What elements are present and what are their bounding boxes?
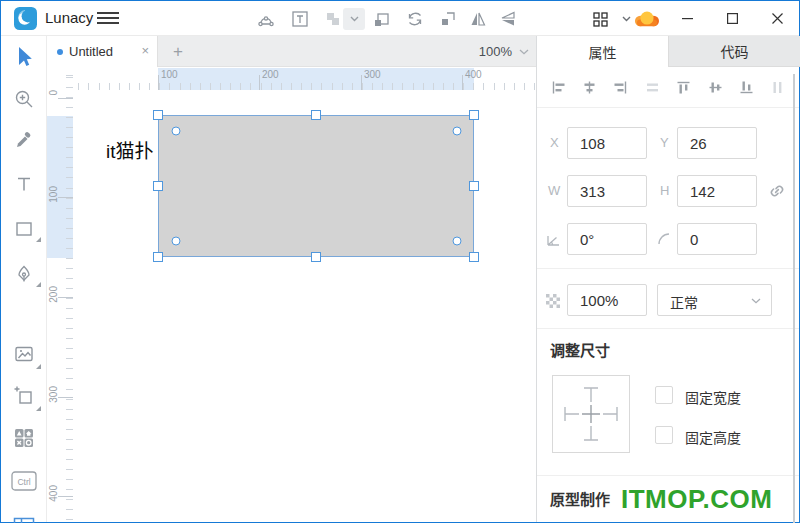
canvas-text-layer[interactable]: it猫扑 bbox=[106, 136, 154, 163]
rotate-tool-button[interactable] bbox=[401, 5, 429, 33]
resize-handle-bottom-center[interactable] bbox=[311, 252, 321, 262]
width-label: W bbox=[548, 183, 560, 198]
flip-vertical-button[interactable] bbox=[494, 5, 522, 33]
boolean-dropdown-chevron-icon[interactable] bbox=[343, 8, 365, 30]
height-label: H bbox=[660, 183, 669, 198]
ctrl-key-button[interactable]: Ctrl bbox=[6, 463, 42, 499]
tab-title: Untitled bbox=[69, 44, 113, 59]
chevron-down-icon bbox=[519, 49, 529, 55]
fix-height-checkbox[interactable] bbox=[655, 426, 673, 444]
corner-radius-handle-top-right[interactable] bbox=[453, 127, 462, 136]
resize-handle-bottom-right[interactable] bbox=[469, 252, 479, 262]
opacity-checkerboard-icon bbox=[546, 294, 560, 308]
corner-radius-handle-bottom-left[interactable] bbox=[172, 237, 181, 246]
text-frame-tool-button[interactable] bbox=[286, 5, 314, 33]
align-center-horizontal-button[interactable] bbox=[577, 75, 601, 99]
vector-frame-tool-button[interactable] bbox=[252, 5, 280, 33]
fix-width-checkbox[interactable] bbox=[655, 386, 673, 404]
text-tool-button[interactable] bbox=[6, 166, 42, 202]
submenu-indicator-icon bbox=[36, 364, 41, 369]
app-title: Lunacy bbox=[45, 9, 93, 26]
corner-radius-input[interactable] bbox=[677, 223, 757, 255]
rotation-input[interactable] bbox=[567, 223, 647, 255]
flip-horizontal-button[interactable] bbox=[464, 5, 492, 33]
titlebar: Lunacy bbox=[1, 1, 799, 36]
x-label: X bbox=[550, 135, 559, 150]
vertical-ruler: 0 100 200 300 400 bbox=[47, 68, 73, 522]
document-tabbar: Untitled × + 100% bbox=[47, 36, 536, 67]
zoom-level-dropdown[interactable]: 100% bbox=[479, 36, 529, 67]
resize-handle-top-left[interactable] bbox=[153, 110, 163, 120]
resize-handle-top-center[interactable] bbox=[311, 110, 321, 120]
corner-radius-handle-bottom-right[interactable] bbox=[453, 237, 462, 246]
select-tool-button[interactable] bbox=[6, 39, 42, 75]
align-bottom-button[interactable] bbox=[735, 75, 759, 99]
resize-handle-middle-left[interactable] bbox=[153, 181, 163, 191]
mask-tool-button[interactable] bbox=[368, 5, 396, 33]
main-menu-icon[interactable] bbox=[97, 12, 119, 25]
left-toolbar: Ctrl bbox=[1, 36, 47, 522]
resize-handle-middle-right[interactable] bbox=[469, 181, 479, 191]
width-input[interactable] bbox=[567, 175, 647, 207]
fix-height-label: 固定高度 bbox=[685, 427, 741, 447]
zoom-level-value: 100% bbox=[479, 44, 512, 59]
align-middle-vertical-button[interactable] bbox=[703, 75, 727, 99]
cloud-sync-icon[interactable] bbox=[634, 6, 660, 32]
distribute-horizontal-button[interactable] bbox=[640, 75, 664, 99]
resize-section-title: 调整尺寸 bbox=[550, 339, 610, 360]
icon-library-button[interactable] bbox=[6, 420, 42, 456]
chevron-down-icon bbox=[751, 298, 761, 304]
pen-tool-button[interactable] bbox=[6, 256, 42, 292]
rectangle-tool-button[interactable] bbox=[6, 211, 42, 247]
tab-close-icon[interactable]: × bbox=[141, 43, 149, 58]
inspector-panel: 属性 代码 bbox=[536, 36, 799, 522]
align-top-button[interactable] bbox=[672, 75, 696, 99]
submenu-indicator-icon bbox=[36, 406, 41, 411]
opacity-row: 正常 bbox=[537, 284, 799, 316]
lock-aspect-ratio-icon[interactable] bbox=[767, 181, 787, 201]
submenu-indicator-icon bbox=[36, 237, 41, 242]
app-logo-icon bbox=[14, 7, 37, 30]
resize-handle-bottom-left[interactable] bbox=[153, 252, 163, 262]
watermark-text: ITMOP.COM bbox=[621, 484, 772, 515]
size-row: W H bbox=[537, 175, 799, 207]
maximize-button[interactable] bbox=[710, 1, 755, 36]
tab-properties[interactable]: 属性 bbox=[537, 36, 668, 67]
fix-width-label: 固定宽度 bbox=[685, 387, 741, 407]
resizing-constraints-widget[interactable] bbox=[552, 375, 630, 453]
resize-handle-top-right[interactable] bbox=[469, 110, 479, 120]
image-tool-button[interactable] bbox=[6, 336, 42, 372]
minimize-button[interactable] bbox=[665, 1, 710, 36]
panels-toggle-button[interactable] bbox=[6, 508, 42, 523]
corner-radius-handle-top-left[interactable] bbox=[172, 127, 181, 136]
new-tab-button[interactable]: + bbox=[165, 39, 191, 65]
selected-rectangle-layer[interactable] bbox=[158, 115, 474, 257]
zoom-tool-button[interactable] bbox=[6, 81, 42, 117]
resize-tool-button[interactable] bbox=[434, 5, 462, 33]
artboard-add-tool-button[interactable] bbox=[6, 378, 42, 414]
tab-code[interactable]: 代码 bbox=[668, 36, 800, 67]
rotation-row bbox=[537, 223, 799, 255]
eyedropper-tool-button[interactable] bbox=[6, 122, 42, 158]
opacity-input[interactable] bbox=[567, 284, 647, 316]
select-cursor-icon bbox=[19, 47, 32, 66]
unsaved-dot-icon bbox=[57, 49, 63, 55]
apps-grid-icon[interactable] bbox=[587, 6, 613, 32]
panel-scrollbar[interactable] bbox=[793, 74, 795, 523]
y-label: Y bbox=[660, 135, 669, 150]
corner-radius-icon bbox=[656, 231, 673, 248]
x-input[interactable] bbox=[567, 127, 647, 159]
prototyping-section-title: 原型制作 bbox=[550, 488, 610, 509]
y-input[interactable] bbox=[677, 127, 757, 159]
distribute-vertical-button[interactable] bbox=[766, 75, 790, 99]
align-left-button[interactable] bbox=[546, 75, 570, 99]
tab-untitled[interactable]: Untitled × bbox=[47, 36, 158, 67]
alignment-toolbar bbox=[537, 67, 799, 108]
height-input[interactable] bbox=[677, 175, 757, 207]
align-right-button[interactable] bbox=[609, 75, 633, 99]
svg-text:Ctrl: Ctrl bbox=[17, 477, 30, 487]
blend-mode-select[interactable]: 正常 bbox=[657, 284, 772, 316]
lunacy-window: Lunacy bbox=[0, 0, 800, 523]
close-button[interactable] bbox=[755, 1, 800, 36]
canvas-area[interactable]: 100 200 300 400 0 100 200 300 400 it猫扑 bbox=[47, 67, 536, 522]
